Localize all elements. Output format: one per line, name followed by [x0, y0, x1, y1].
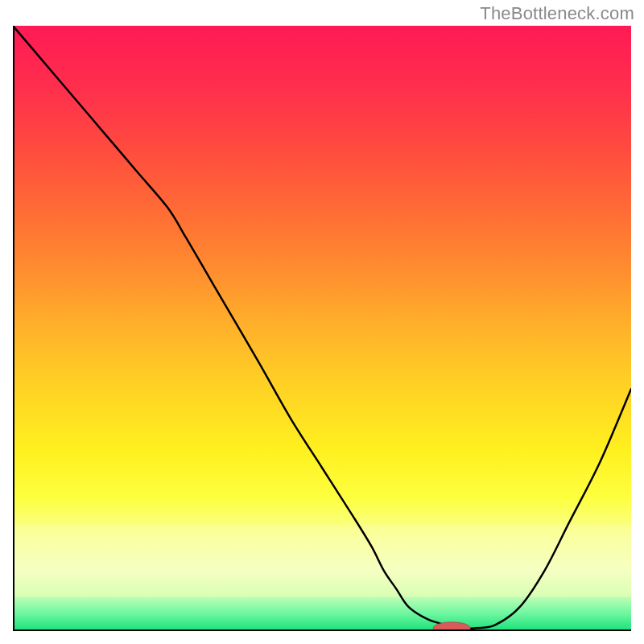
plot-area — [13, 26, 631, 631]
chart-container: TheBottleneck.com — [0, 0, 644, 644]
watermark-text: TheBottleneck.com — [480, 3, 634, 24]
chart-svg — [13, 26, 631, 631]
highlight-band — [13, 525, 631, 597]
